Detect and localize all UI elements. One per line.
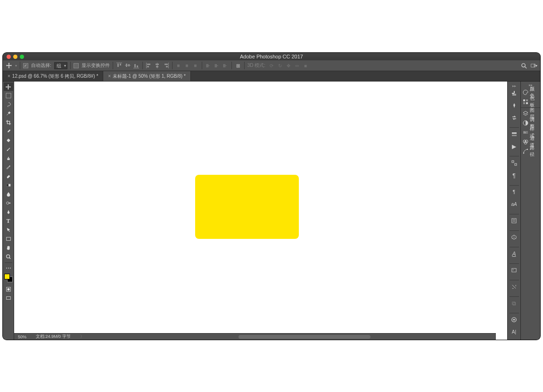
paragraph-panel-icon[interactable]: ¶ [509,171,519,180]
auto-select-checkbox[interactable] [23,63,28,68]
close-tab-icon[interactable]: × [108,74,111,79]
status-chevron-icon[interactable]: 〉 [80,334,84,340]
healing-tool[interactable] [4,136,13,145]
align-hcenter-icon[interactable] [154,62,161,69]
align-bottom-icon[interactable] [133,62,140,69]
actions-panel-icon[interactable]: ▶ [509,142,519,151]
maximize-window-button[interactable] [20,55,24,59]
layer-comp-panel-icon[interactable] [509,266,519,275]
distribute-3-icon[interactable]: ≡ [192,62,199,69]
3d-orbit-icon[interactable]: ⟳ [268,62,275,69]
align-left-icon[interactable] [146,62,152,69]
show-transform-checkbox[interactable] [74,63,79,68]
color-swatches[interactable] [4,274,13,282]
glyphs-panel-icon[interactable]: aA [509,200,519,209]
align-buttons-horizontal [116,62,140,69]
document-tab-1[interactable]: × 12.psd @ 66.7% (矩形 6 拷贝, RGB/8#) * [3,71,103,81]
svg-rect-39 [512,132,517,134]
scrollbar-thumb[interactable] [239,335,370,339]
crop-tool[interactable] [4,118,13,127]
pen-tool[interactable] [4,208,13,216]
measure-panel-icon[interactable] [509,282,519,292]
svg-rect-42 [515,163,517,165]
dodge-tool[interactable] [4,199,13,207]
libraries-panel-icon[interactable] [509,315,519,325]
svg-rect-40 [512,135,517,136]
svg-rect-4 [126,64,127,67]
expand-panels-icon[interactable]: ▸▸ [512,83,517,89]
3d-slide-icon[interactable]: ⇔ [294,62,300,69]
rectangle-shape[interactable] [195,175,299,239]
auto-select-dropdown[interactable]: 组 [54,62,67,69]
separator [202,62,202,69]
foreground-color[interactable] [4,274,10,279]
lasso-tool[interactable] [4,100,13,109]
gradient-tool[interactable] [4,181,13,189]
workspace: T ⋯ ▸▸ ▶ ¶ [3,82,540,340]
hand-tool[interactable] [4,244,13,252]
swap-panel-icon[interactable] [509,113,519,122]
svg-rect-1 [117,64,119,67]
path-select-tool[interactable] [4,226,13,234]
zoom-level[interactable]: 50% [18,335,26,339]
svg-rect-52 [523,102,525,104]
3d-panel-icon[interactable] [509,233,519,242]
edit-toolbar-icon[interactable]: ⋯ [4,264,13,272]
clone-tool[interactable] [4,154,13,163]
blur-tool[interactable] [4,190,13,198]
workspace-switcher-icon[interactable]: ▾ [531,62,537,69]
align-right-icon[interactable] [163,62,169,69]
show-transform-label: 显示变换控件 [82,62,110,69]
type-vert-panel-icon[interactable]: A| [509,327,519,337]
rectangle-tool[interactable] [4,235,13,243]
quick-mask-icon[interactable] [4,285,13,294]
zoom-tool[interactable] [4,253,13,261]
dist-v-icon[interactable]: ⊪ [214,62,220,69]
minimize-window-button[interactable] [13,55,17,59]
search-icon[interactable] [520,62,527,69]
document-tab-2[interactable]: × 未标题-1 @ 50% (矩形 1, RGB/8) * [103,71,190,81]
brush-panel-icon[interactable] [509,101,519,110]
swatches-panel[interactable]: 色板 [521,97,540,106]
link-panel-icon[interactable]: ⧉ [509,299,519,308]
separator [20,62,20,69]
eyedropper-tool[interactable] [4,127,13,136]
3d-cam-icon[interactable]: ■ [302,62,309,69]
3d-pan-icon[interactable]: ✥ [285,62,292,69]
notes-panel-icon[interactable] [509,216,519,226]
character-panel-icon[interactable]: A [509,249,519,259]
move-tool[interactable] [4,82,13,91]
paragraph2-panel-icon[interactable]: ¶ [509,187,519,196]
align-vcenter-icon[interactable] [124,62,131,69]
svg-point-31 [6,255,9,258]
svg-rect-3 [125,65,131,65]
svg-rect-14 [156,66,158,67]
history-panel-icon[interactable] [509,89,519,98]
screen-mode-icon[interactable] [4,294,13,302]
brackets-panel-icon[interactable] [509,158,519,168]
dist-h-icon[interactable]: ⊪ [205,62,212,69]
marquee-tool[interactable] [4,91,13,100]
magic-wand-tool[interactable] [4,109,13,118]
tab-label: 未标题-1 @ 50% (矩形 1, RGB/8) * [113,73,186,80]
dist-3-icon[interactable]: ⊪ [222,62,229,69]
paths-panel[interactable]: 路径 [521,147,540,156]
align-top-icon[interactable] [116,62,123,69]
info-panel-icon[interactable] [509,130,519,139]
3d-roll-icon[interactable]: ↻ [277,62,283,69]
options-bar: ▾ 自动选择: 组 显示变换控件 ≡ ≡ ≡ ⊪ ⊪ ⊪ [3,60,540,71]
close-window-button[interactable] [7,55,11,59]
canvas[interactable] [14,82,507,340]
close-tab-icon[interactable]: × [8,74,10,79]
distribute-2-icon[interactable]: ≡ [184,62,190,69]
doc-info[interactable]: 文档:24.9M/0 字节 [36,334,71,340]
svg-line-19 [525,66,527,68]
brush-tool[interactable] [4,145,13,154]
eraser-tool[interactable] [4,172,13,180]
distribute-1-icon[interactable]: ≡ [175,62,182,69]
window-controls [7,55,24,59]
auto-align-icon[interactable]: ⊞ [235,62,241,69]
type-tool[interactable]: T [4,217,13,225]
horizontal-scrollbar[interactable] [97,334,496,340]
history-brush-tool[interactable] [4,163,13,172]
